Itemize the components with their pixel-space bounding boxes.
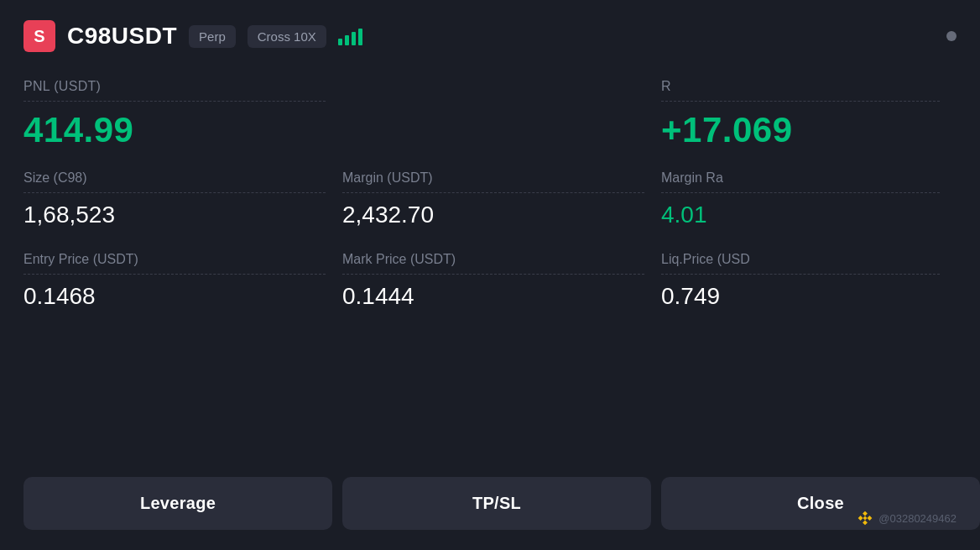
watermark: @03280249462 <box>857 510 957 526</box>
margin-value: 2,432.70 <box>342 202 644 228</box>
header-right <box>946 31 957 41</box>
size-value: 1,68,523 <box>23 202 326 228</box>
signal-bars-icon <box>338 27 362 45</box>
price-row: Entry Price (USDT) 0.1468 Mark Price (US… <box>23 252 957 327</box>
pnl-value: 414.99 <box>23 110 326 150</box>
size-row: Size (C98) 1,68,523 Margin (USDT) 2,432.… <box>23 170 957 245</box>
s-badge: S <box>23 20 55 52</box>
bar2 <box>345 35 349 45</box>
roi-label: R <box>661 79 940 102</box>
margin-ratio-value: 4.01 <box>661 202 940 228</box>
pnl-cell: PNL (USDT) 414.99 <box>23 79 342 170</box>
roi-value: +17.069 <box>661 110 940 150</box>
more-icon[interactable] <box>946 31 957 41</box>
header-row: S C98USDT Perp Cross 10X <box>23 20 957 52</box>
margin-ratio-cell: Margin Ra 4.01 <box>661 170 957 245</box>
liq-price-cell: Liq.Price (USD 0.749 <box>661 252 957 327</box>
watermark-text: @03280249462 <box>878 512 957 525</box>
tpsl-button[interactable]: TP/SL <box>342 477 651 530</box>
mark-price-cell: Mark Price (USDT) 0.1444 <box>342 252 661 327</box>
cross-tag: Cross 10X <box>248 25 326 48</box>
binance-icon <box>857 510 873 526</box>
pnl-metrics-grid: PNL (USDT) 414.99 R +17.069 <box>23 79 957 170</box>
entry-price-cell: Entry Price (USDT) 0.1468 <box>23 252 342 327</box>
liq-price-value: 0.749 <box>661 283 940 310</box>
pnl-label: PNL (USDT) <box>23 79 326 102</box>
roi-cell: R +17.069 <box>661 79 957 170</box>
leverage-button[interactable]: Leverage <box>23 477 332 530</box>
perp-tag: Perp <box>189 25 236 48</box>
size-label: Size (C98) <box>23 170 326 193</box>
bar3 <box>352 32 356 45</box>
liq-price-label: Liq.Price (USD <box>661 252 940 275</box>
bar1 <box>338 39 342 45</box>
bar4 <box>358 29 362 45</box>
main-container: S C98USDT Perp Cross 10X PNL (USDT) 414.… <box>0 0 980 550</box>
entry-price-label: Entry Price (USDT) <box>23 252 326 275</box>
empty-cell <box>342 79 661 170</box>
mark-price-label: Mark Price (USDT) <box>342 252 644 275</box>
margin-label: Margin (USDT) <box>342 170 644 193</box>
mark-price-value: 0.1444 <box>342 283 644 310</box>
pair-name: C98USDT <box>67 23 177 50</box>
entry-price-value: 0.1468 <box>23 283 326 310</box>
size-cell: Size (C98) 1,68,523 <box>23 170 342 245</box>
margin-ratio-label: Margin Ra <box>661 170 940 193</box>
buttons-row: Leverage TP/SL Close <box>23 477 980 530</box>
margin-cell: Margin (USDT) 2,432.70 <box>342 170 661 245</box>
